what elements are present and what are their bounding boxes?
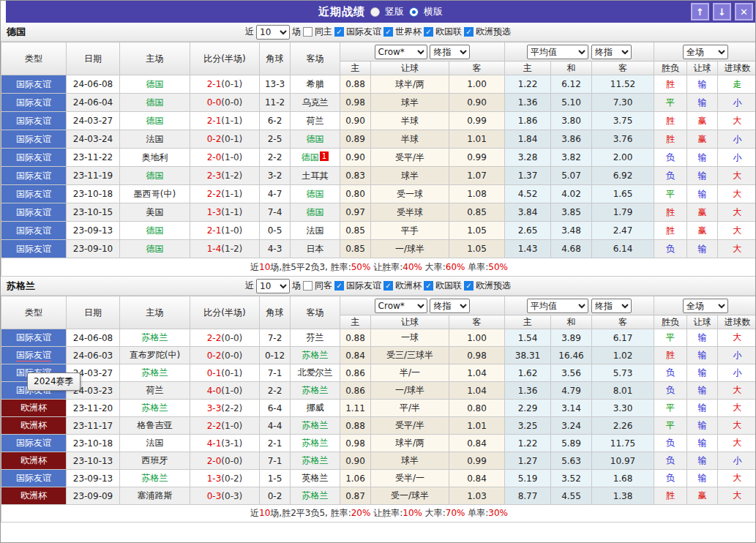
competition-checkbox-3[interactable]: ✓ (464, 281, 474, 291)
league-type-cell[interactable]: 欧洲杯 (1, 487, 67, 505)
away-team-name[interactable]: 挪威 (307, 402, 324, 413)
scope-select[interactable]: 全场 (683, 299, 728, 313)
competition-checkbox-2[interactable]: ✓ (424, 281, 433, 291)
league-type-cell[interactable]: 国际友谊 (1, 240, 67, 258)
away-team-name[interactable]: 苏格兰 (302, 350, 329, 360)
company-handicap: 半/一 (371, 364, 449, 382)
away-team-name[interactable]: 苏格兰 (302, 420, 329, 430)
away-team-name[interactable]: 苏格兰 (302, 490, 329, 501)
competition-checkbox-3[interactable]: ✓ (464, 27, 474, 37)
competition-checkbox-1[interactable]: ✓ (383, 281, 393, 291)
away-team-name[interactable]: 德国 (307, 134, 324, 144)
league-type-cell[interactable]: 国际友谊 (1, 149, 67, 167)
away-team-name[interactable]: 乌克兰 (302, 97, 329, 108)
away-team-name[interactable]: 德国 (302, 152, 319, 162)
home-team-name[interactable]: 格鲁吉亚 (138, 420, 173, 430)
competition-checkbox-1[interactable]: ✓ (383, 27, 393, 37)
company-final-select[interactable]: 终指 (430, 299, 470, 313)
home-team-name[interactable]: 德国 (146, 244, 164, 254)
league-type-cell[interactable]: 国际友谊 (1, 112, 67, 130)
score-cell: 2-0(0-0) (190, 452, 260, 470)
home-team-name[interactable]: 德国 (146, 116, 164, 126)
away-team-name[interactable]: 北爱尔兰 (298, 367, 333, 378)
away-team-name[interactable]: 苏格兰 (302, 455, 329, 465)
league-type-cell[interactable]: 国际友谊 (1, 203, 67, 222)
company-final-select[interactable]: 终指 (430, 45, 470, 59)
league-type-cell[interactable]: 国际友谊 (1, 222, 67, 240)
home-team-name[interactable]: 苏格兰 (142, 332, 168, 342)
home-team-name[interactable]: 苏格兰 (142, 473, 168, 483)
league-type-cell[interactable]: 国际友谊 (1, 329, 67, 347)
home-team-name[interactable]: 西班牙 (142, 455, 168, 465)
away-team-name[interactable]: 英格兰 (302, 473, 329, 483)
league-type-cell[interactable]: 国际友谊 (1, 75, 67, 94)
same-venue-checkbox[interactable] (303, 281, 312, 291)
summary-highlight: 60% (446, 262, 465, 272)
away-team-name[interactable]: 德国 (307, 207, 324, 217)
match-row: 国际友谊23-10-18墨西哥(中)2-2(1-1)4-7德国0.80受一球1.… (1, 185, 756, 203)
away-team-name[interactable]: 荷兰 (307, 116, 324, 126)
average-final-select[interactable]: 终指 (591, 45, 632, 59)
league-type-cell[interactable]: 国际友谊 (1, 470, 67, 487)
col-corner: 角球 (260, 296, 291, 329)
away-team-name[interactable]: 日本 (307, 244, 324, 254)
company-select[interactable]: Crow* (375, 299, 427, 313)
recent-count-select[interactable]: 10 (256, 279, 290, 293)
league-type-text: 国际友谊 (16, 350, 51, 362)
summary-highlight: 70% (446, 508, 465, 518)
horizontal-layout-radio[interactable] (409, 7, 419, 17)
vertical-layout-radio[interactable] (370, 7, 380, 17)
competition-checkbox-0[interactable]: ✓ (334, 27, 344, 37)
home-team-name[interactable]: 法国 (146, 134, 164, 144)
same-venue-checkbox[interactable] (303, 27, 312, 37)
league-type-cell[interactable]: 国际友谊 (1, 347, 67, 364)
recent-count-select[interactable]: 10 (256, 25, 290, 40)
league-type-cell[interactable]: 国际友谊 (1, 94, 67, 112)
home-team-cell: 墨西哥(中) (120, 185, 190, 203)
average-select[interactable]: 平均值 (527, 299, 588, 313)
score-cell: 3-3(2-2) (190, 400, 260, 417)
away-team-name[interactable]: 希腊 (307, 79, 324, 89)
away-team-name[interactable]: 苏格兰 (302, 438, 329, 448)
league-type-cell[interactable]: 国际友谊 (1, 185, 67, 203)
average-select[interactable]: 平均值 (527, 45, 588, 59)
league-type-cell[interactable]: 国际友谊 (1, 167, 67, 185)
move-up-button[interactable]: ↑ (691, 3, 709, 20)
competition-checkbox-2[interactable]: ✓ (424, 27, 433, 37)
league-type-cell[interactable]: 国际友谊 (1, 435, 67, 452)
home-team-name[interactable]: 墨西哥(中) (134, 189, 176, 199)
avg-draw-odds: 5.07 (551, 167, 592, 185)
average-final-select[interactable]: 终指 (591, 299, 632, 313)
company-handicap: 半球 (371, 112, 449, 130)
league-type-cell[interactable]: 欧洲杯 (1, 400, 67, 417)
away-team-name[interactable]: 法国 (307, 225, 324, 236)
score-cell: 2-0(1-0) (190, 149, 260, 167)
avg-home-odds: 1.27 (505, 452, 551, 470)
close-button[interactable]: ✕ (735, 3, 753, 20)
home-team-name[interactable]: 法国 (146, 438, 164, 448)
away-team-name[interactable]: 苏格兰 (302, 385, 329, 395)
home-team-name[interactable]: 苏格兰 (142, 367, 168, 378)
home-team-name[interactable]: 德国 (146, 97, 164, 108)
home-team-name[interactable]: 德国 (146, 79, 164, 89)
league-type-text: 国际友谊 (16, 97, 51, 108)
competition-checkbox-0[interactable]: ✓ (334, 281, 344, 291)
league-type-cell[interactable]: 国际友谊 (1, 130, 67, 149)
scope-select[interactable]: 全场 (683, 45, 728, 59)
home-team-name[interactable]: 塞浦路斯 (138, 490, 173, 501)
home-team-name[interactable]: 德国 (146, 171, 164, 181)
company-select[interactable]: Crow* (375, 45, 427, 59)
league-type-cell[interactable]: 欧洲杯 (1, 417, 67, 435)
home-team-name[interactable]: 德国 (146, 225, 164, 236)
away-team-name[interactable]: 德国 (307, 189, 324, 199)
away-team-name[interactable]: 土耳其 (302, 171, 329, 181)
home-team-name[interactable]: 美国 (146, 207, 164, 217)
league-type-cell[interactable]: 欧洲杯 (1, 452, 67, 470)
away-team-name[interactable]: 芬兰 (307, 332, 324, 342)
home-team-name[interactable]: 荷兰 (146, 385, 164, 395)
move-down-button[interactable]: ↓ (713, 3, 731, 20)
home-team-name[interactable]: 直布罗陀(中) (130, 350, 180, 360)
home-team-name[interactable]: 苏格兰 (142, 402, 168, 413)
handicap-result: 输 (687, 417, 718, 435)
home-team-name[interactable]: 奥地利 (142, 152, 168, 162)
